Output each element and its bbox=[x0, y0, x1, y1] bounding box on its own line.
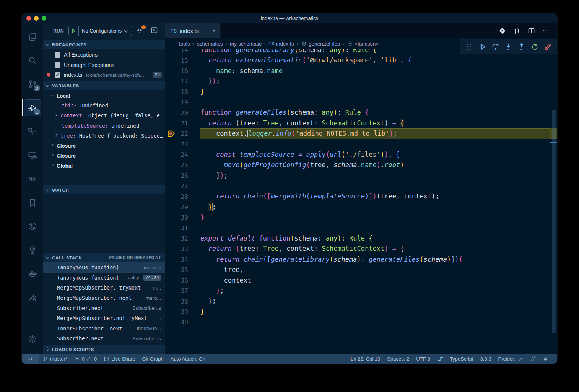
breadcrumb-item-tools[interactable]: tools bbox=[179, 41, 190, 47]
sidebar-item-nx-console[interactable]: N≥ bbox=[22, 167, 43, 191]
call-stack-frame[interactable]: MergeMapSubscriber.notifyNext... bbox=[43, 313, 165, 324]
status-notifications[interactable] bbox=[539, 354, 552, 364]
code-line[interactable]: 18} bbox=[165, 87, 557, 97]
status-indentation[interactable]: Spaces: 2 bbox=[384, 354, 413, 364]
start-debug-icon[interactable] bbox=[69, 26, 79, 36]
section-header-loaded-scripts[interactable]: LOADED SCRIPTS bbox=[43, 345, 165, 354]
code-line[interactable]: 15 return externalSchematic('@nrwl/works… bbox=[165, 55, 557, 65]
sidebar-item-source-control[interactable]: 3 bbox=[22, 72, 43, 96]
status-live-share[interactable]: Live Share bbox=[100, 354, 138, 364]
code-line[interactable]: 20function generateFiles(schema: any): R… bbox=[165, 107, 557, 118]
call-stack-frame[interactable]: MergeMapSubscriber._tryNextm... bbox=[43, 283, 165, 293]
status-git-branch[interactable]: master* bbox=[39, 354, 71, 364]
sidebar-item-explorer[interactable] bbox=[22, 25, 43, 49]
variable-row[interactable]: tree:HostTree {_backend: ScopedH… bbox=[43, 131, 165, 141]
code-line[interactable]: 30} bbox=[165, 212, 557, 223]
manage-gear[interactable] bbox=[22, 327, 43, 351]
chevron-down-icon[interactable] bbox=[50, 93, 54, 96]
more-actions-icon[interactable] bbox=[541, 26, 550, 36]
sidebar-item-test-explorer[interactable] bbox=[22, 238, 43, 262]
sidebar-item-remote-explorer[interactable] bbox=[22, 143, 43, 167]
code-line[interactable]: 24 const templateSource = apply(url('./f… bbox=[165, 150, 557, 160]
code-line[interactable]: 28 return chain([mergeWith(templateSourc… bbox=[165, 191, 557, 202]
restart-button[interactable] bbox=[529, 41, 540, 52]
breakpoint-row[interactable]: All Exceptions bbox=[43, 50, 165, 60]
section-header-variables[interactable]: VARIABLES bbox=[43, 81, 165, 90]
call-stack-frame[interactable]: MergeMapSubscriber._nextmerg... bbox=[43, 293, 165, 303]
chevron-right-icon[interactable] bbox=[54, 114, 57, 117]
sidebar-item-docker[interactable] bbox=[22, 262, 43, 286]
checkbox-unchecked-icon[interactable] bbox=[55, 52, 60, 58]
code-line[interactable]: 27 bbox=[165, 181, 557, 191]
variables-scope-row[interactable]: Global bbox=[43, 161, 165, 171]
maximize-window-button[interactable] bbox=[42, 16, 46, 21]
status-prettier[interactable]: Prettier: bbox=[494, 354, 527, 364]
status-ts-version[interactable]: 3.8.3 bbox=[477, 354, 495, 364]
call-stack-frame[interactable]: Subscriber.nextSubscriber.ts bbox=[43, 303, 165, 313]
status-eol[interactable]: LF bbox=[434, 354, 446, 364]
sidebar-item-search[interactable] bbox=[22, 49, 43, 72]
status-encoding[interactable]: UTF-8 bbox=[413, 354, 434, 364]
continue-button[interactable] bbox=[477, 41, 488, 52]
tab-index-ts[interactable]: TS index.ts × bbox=[165, 23, 221, 38]
variables-scope-row[interactable]: Local bbox=[43, 91, 165, 101]
call-stack-frame[interactable]: Subscriber.nextSubscriber.ts bbox=[43, 333, 165, 344]
step-over-button[interactable] bbox=[490, 41, 501, 52]
breadcrumb-item-schematics[interactable]: schematics bbox=[197, 41, 223, 47]
section-header-watch[interactable]: WATCH bbox=[43, 185, 165, 194]
status-auto-attach[interactable]: Auto Attach: On bbox=[167, 354, 209, 364]
code-line[interactable]: 37 ); bbox=[165, 286, 557, 296]
code-line[interactable]: 31 bbox=[165, 223, 557, 233]
sidebar-item-git-graph[interactable] bbox=[22, 215, 43, 238]
editor-scrollbar[interactable] bbox=[550, 23, 557, 354]
scrollbar-thumb[interactable] bbox=[552, 110, 556, 333]
variables-scope-row[interactable]: Closure bbox=[43, 141, 165, 151]
code-line[interactable]: 32export default function(schema: any): … bbox=[165, 233, 557, 244]
status-feedback[interactable] bbox=[527, 354, 539, 364]
chevron-right-icon[interactable] bbox=[50, 164, 54, 167]
code-line[interactable]: 16 name: schema.name bbox=[165, 66, 557, 76]
code-line[interactable]: 34 return chain([generateLibrary(schema)… bbox=[165, 254, 557, 265]
code-line[interactable]: 17 }); bbox=[165, 76, 557, 86]
call-stack-frame[interactable]: InnerSubscriber._nextInnerSub... bbox=[43, 324, 165, 334]
code-line[interactable]: 22 context.logger.info('adding NOTES.md … bbox=[165, 128, 557, 139]
code-line[interactable]: 23 bbox=[165, 139, 557, 150]
compare-changes-icon[interactable] bbox=[512, 26, 521, 36]
breadcrumb-item-index.ts[interactable]: TSindex.ts bbox=[268, 41, 294, 47]
code-editor[interactable]: 14function generateLibrary(schema: any):… bbox=[165, 49, 557, 354]
debug-console-icon[interactable] bbox=[150, 26, 158, 36]
checkbox-checked-icon[interactable]: ✓ bbox=[55, 72, 60, 78]
breakpoint-row[interactable]: Uncaught Exceptions bbox=[43, 60, 165, 70]
chevron-right-icon[interactable] bbox=[50, 143, 54, 146]
checkbox-unchecked-icon[interactable] bbox=[55, 62, 60, 68]
sidebar-item-extensions[interactable] bbox=[22, 120, 43, 143]
minimize-window-button[interactable] bbox=[34, 16, 39, 21]
launch-config-dropdown[interactable]: No Configurations bbox=[68, 26, 132, 36]
sidebar-item-bookmarks[interactable] bbox=[22, 191, 43, 215]
call-stack-frame[interactable]: (anonymous function)index.ts bbox=[43, 262, 165, 273]
variable-row[interactable]: context:Object {debug: false, en… bbox=[43, 111, 165, 120]
breadcrumb-item-function[interactable]: <function> bbox=[347, 41, 379, 47]
sidebar-item-live-share[interactable] bbox=[22, 286, 43, 309]
code-line[interactable]: 33 return (tree: Tree, context: Schemati… bbox=[165, 244, 557, 254]
status-problems[interactable]: 00 bbox=[71, 354, 100, 364]
close-window-button[interactable] bbox=[26, 16, 31, 21]
step-out-button[interactable] bbox=[516, 41, 527, 52]
close-tab-icon[interactable]: × bbox=[211, 28, 216, 34]
status-cursor-position[interactable]: Ln 22, Col 13 bbox=[347, 354, 384, 364]
sidebar-item-run-debug[interactable]: 1 bbox=[22, 96, 43, 120]
chevron-right-icon[interactable] bbox=[54, 133, 57, 137]
breadcrumb-item-generateFiles[interactable]: generateFiles bbox=[301, 41, 340, 47]
variable-row[interactable]: this:undefined bbox=[43, 101, 165, 111]
variable-row[interactable]: templateSource:undefined bbox=[43, 121, 165, 131]
status-remote-indicator[interactable] bbox=[22, 354, 39, 364]
breadcrumb-item-my-schematic[interactable]: my-schematic bbox=[230, 41, 262, 47]
code-line[interactable]: 26 ]); bbox=[165, 171, 557, 181]
breakpoint-row[interactable]: ✓index.tstools/schematics/my-sch...22 bbox=[43, 70, 165, 80]
code-line[interactable]: 38 }; bbox=[165, 296, 557, 306]
code-line[interactable]: 29 }; bbox=[165, 202, 557, 212]
step-into-button[interactable] bbox=[503, 41, 514, 52]
code-line[interactable]: 39} bbox=[165, 307, 557, 317]
variables-scope-row[interactable]: Closure bbox=[43, 151, 165, 161]
code-line[interactable]: 21 return (tree: Tree, context: Schemati… bbox=[165, 118, 557, 128]
